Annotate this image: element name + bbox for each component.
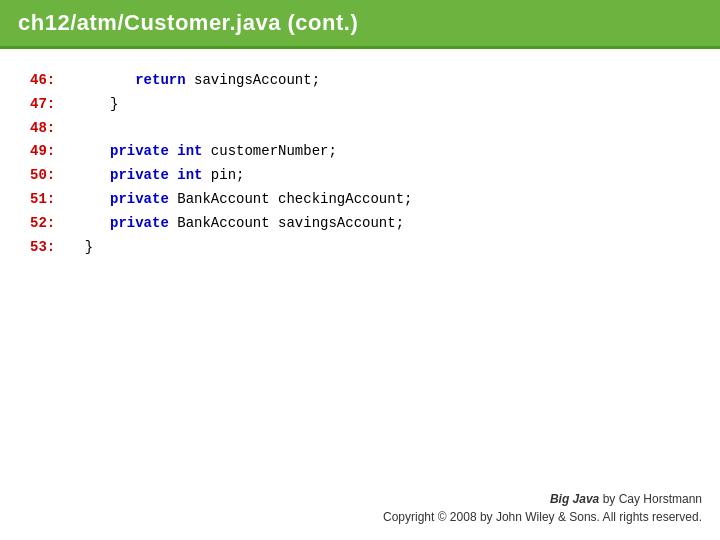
line-number-51: 51: bbox=[30, 188, 68, 212]
code-line-48: 48: bbox=[30, 117, 690, 141]
code-text-46: return savingsAccount; bbox=[68, 69, 320, 93]
code-line-52: 52: private BankAccount savingsAccount; bbox=[30, 212, 690, 236]
code-line-51: 51: private BankAccount checkingAccount; bbox=[30, 188, 690, 212]
code-line-53: 53: } bbox=[30, 236, 690, 260]
code-line-47: 47: } bbox=[30, 93, 690, 117]
code-text-52: private BankAccount savingsAccount; bbox=[68, 212, 404, 236]
code-line-49: 49: private int customerNumber; bbox=[30, 140, 690, 164]
code-text-51: private BankAccount checkingAccount; bbox=[68, 188, 412, 212]
code-text-50: private int pin; bbox=[68, 164, 244, 188]
footer-copyright: Copyright © 2008 by John Wiley & Sons. A… bbox=[383, 508, 702, 526]
line-number-46: 46: bbox=[30, 69, 68, 93]
page-title: ch12/atm/Customer.java (cont.) bbox=[18, 10, 358, 35]
code-text-47: } bbox=[68, 93, 118, 117]
code-text-53: } bbox=[68, 236, 93, 260]
footer-author: by Cay Horstmann bbox=[603, 492, 702, 506]
footer-book-line: Big Java by Cay Horstmann bbox=[383, 490, 702, 508]
line-number-50: 50: bbox=[30, 164, 68, 188]
line-number-48: 48: bbox=[30, 117, 68, 141]
footer-book-title: Big Java bbox=[550, 492, 599, 506]
code-line-46: 46: return savingsAccount; bbox=[30, 69, 690, 93]
footer: Big Java by Cay Horstmann Copyright © 20… bbox=[383, 490, 702, 526]
line-number-47: 47: bbox=[30, 93, 68, 117]
line-number-53: 53: bbox=[30, 236, 68, 260]
code-text-49: private int customerNumber; bbox=[68, 140, 337, 164]
code-content: 46: return savingsAccount; 47: } 48: 49:… bbox=[0, 49, 720, 279]
header: ch12/atm/Customer.java (cont.) bbox=[0, 0, 720, 49]
line-number-52: 52: bbox=[30, 212, 68, 236]
code-line-50: 50: private int pin; bbox=[30, 164, 690, 188]
line-number-49: 49: bbox=[30, 140, 68, 164]
